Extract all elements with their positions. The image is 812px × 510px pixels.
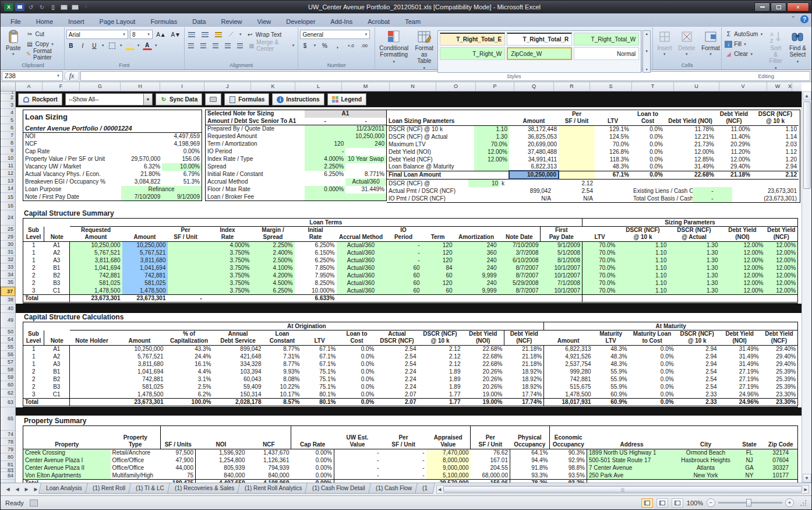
row-header[interactable]: 55 [1,343,15,351]
column-header[interactable]: T [632,82,674,91]
quick-print-icon[interactable] [70,3,80,11]
row-header[interactable]: 58 [1,366,15,374]
cell[interactable]: 94.4% [510,457,550,465]
cell[interactable]: A2 [44,249,70,257]
cell[interactable]: 240 [454,265,499,272]
column-header[interactable]: N [390,82,436,91]
cell[interactable]: 29.40% [761,361,798,368]
italic-button[interactable]: I [78,41,87,50]
cell[interactable] [70,346,114,353]
cell[interactable] [510,180,553,187]
cell[interactable]: 1.14 [752,133,799,140]
cell[interactable]: 742,881 [122,272,168,280]
row-header[interactable]: 56 [1,351,15,358]
cell[interactable]: 67.1% [302,353,338,361]
cell[interactable]: 5,767,521 [122,249,168,257]
cell[interactable]: 1.30 [669,272,720,280]
cell[interactable]: 1.10 [617,280,669,287]
cell[interactable]: 103,394 [213,368,263,376]
cell[interactable]: 9,000,000 [426,465,471,472]
cell[interactable]: 68,000.00 [471,472,510,480]
cell[interactable]: 70.0% [582,249,617,257]
cell[interactable]: Breakeven EGI / Occupancy % [23,178,122,186]
cell[interactable]: 10.00% [162,163,202,171]
cell[interactable]: 2.94 [676,353,719,361]
row-header[interactable]: 11 [1,162,15,170]
format-painter-button[interactable]: ✎Format Painter [25,50,62,58]
cell[interactable]: 1.89 [418,384,463,391]
cell[interactable]: 92.9% [550,457,587,465]
cell[interactable]: 0.0% [629,353,676,361]
cell[interactable]: Loan / Broker Fee [206,194,305,201]
cell[interactable]: 2.54 [676,376,719,384]
cell[interactable]: 12.00% [474,148,509,156]
column-header[interactable]: X [788,82,792,91]
bold-button[interactable]: B [66,41,76,50]
row-header[interactable]: 54 [1,336,15,343]
cell[interactable]: 60 [422,272,454,280]
cell[interactable]: 1 [23,361,44,368]
cell-style-chip[interactable]: ZipCode_W [507,47,572,60]
horizontal-scrollbar[interactable]: ◀ ||| ▶ [436,485,809,494]
cell[interactable] [70,391,114,399]
styles-gallery-scrollbar[interactable]: ▲ ▼ ▾ [642,30,651,73]
cell[interactable]: 32174 [764,449,798,457]
cell[interactable]: 0.00% [291,472,334,480]
cell[interactable]: 18.92% [504,376,544,384]
cell[interactable]: - [334,457,381,465]
row-header[interactable]: 15 [1,193,15,202]
cell[interactable]: 8/7/2007 [499,265,541,272]
cell[interactable]: 0.0% [338,368,376,376]
cell[interactable] [70,368,114,376]
column-header[interactable]: I [160,82,204,91]
cell[interactable]: 1,041,694 [122,265,168,272]
cell[interactable]: 21.80% [121,171,162,178]
cell[interactable]: 10 [468,180,500,187]
cell[interactable]: 55.9% [593,368,629,376]
cell[interactable]: 500-501 State Route 17 [587,457,677,465]
cell[interactable]: 20.26% [463,376,504,384]
cell[interactable]: 75.1% [302,384,338,391]
minimize-button[interactable] [754,2,770,12]
fill-color-button[interactable] [125,41,135,50]
cell[interactable]: 67.1% [302,346,338,353]
cell[interactable]: 120 [422,242,454,249]
cell[interactable]: IO Pmt / DSCR (NCF) [387,195,468,202]
cell[interactable]: 6.250% [295,257,337,265]
normal-view-button[interactable] [641,498,653,508]
cell[interactable]: 5,767,521 [70,249,122,257]
sync-data-button[interactable]: ↻Sync Data [156,93,202,105]
selected-note-id[interactable]: A1 [305,110,386,118]
cell[interactable]: Actual Vacancy Phys. / Econ. [23,171,122,178]
cell[interactable]: Actual/360 [337,242,386,249]
cell[interactable]: 2 [23,280,44,287]
row-header[interactable]: 4 [1,109,15,117]
cell[interactable]: DSCR (NCF) @ [387,180,468,187]
cell[interactable]: A1 [44,346,70,353]
cell[interactable]: 70.0% [582,265,617,272]
cell[interactable] [559,148,595,156]
align-top-button[interactable] [186,30,197,39]
cell[interactable]: DSCR (NCF) @ 10 k [387,125,474,133]
cell[interactable]: 18.92% [504,368,544,376]
cell[interactable]: 6.32% [121,163,162,171]
cell[interactable]: 70.0% [582,272,617,280]
cell[interactable]: Note / First Pay Date [23,194,122,201]
cell[interactable]: 10,250,000 [345,133,386,140]
cell[interactable]: 6.250% [252,287,295,295]
cell[interactable]: 10/1/2007 [541,272,582,280]
cell[interactable]: 124.5% [595,133,631,140]
sheet-tab[interactable]: (1) Rent Roll [85,483,133,494]
cell[interactable]: 156.06 [162,156,202,163]
cell[interactable]: 0.0% [631,140,665,148]
cell[interactable]: 20.29% [716,140,752,148]
cell[interactable] [168,280,204,287]
rockport-button[interactable]: Rockport [18,93,62,105]
cell[interactable]: 1.12 [752,148,799,156]
cell[interactable]: 581,025 [114,384,165,391]
cell[interactable]: Office/Office [111,465,161,472]
ribbon-tab[interactable]: Add-Ins [323,16,360,27]
cell[interactable]: Actual/360 [337,287,386,295]
cell[interactable]: 240 [454,242,499,249]
clear-button[interactable]: ◢Clear▼ [723,50,764,58]
